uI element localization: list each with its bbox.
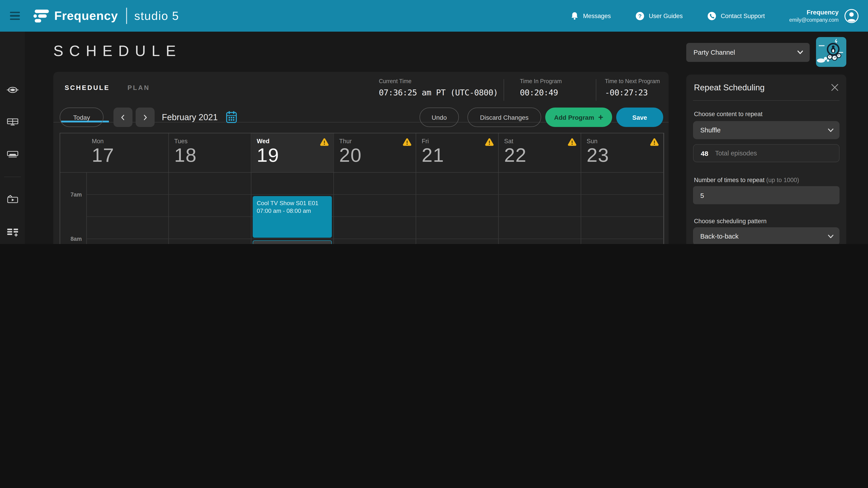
tab-plan[interactable]: PLAN — [127, 84, 150, 91]
day-name: Sat — [504, 138, 576, 144]
add-program-label: Add Program — [554, 113, 594, 121]
content-select[interactable]: Shuffle — [693, 121, 839, 139]
current-time-section: Current Time 07:36:25 am PT (UTC-0800) — [379, 78, 498, 97]
undo-button[interactable]: Undo — [420, 107, 459, 127]
day-header-thur[interactable]: Thur20 — [334, 133, 416, 172]
header-nav-label: Contact Support — [721, 12, 765, 19]
help-icon: ? — [635, 11, 645, 21]
time-to-next-label: Time to Next Program — [605, 78, 660, 85]
tab-schedule[interactable]: SCHEDULE — [65, 84, 110, 91]
day-name: Wed — [257, 138, 329, 144]
live-preview-icon — [6, 84, 19, 96]
phone-icon — [707, 11, 717, 21]
event-title: Cool TV Show S01 E01 — [257, 199, 328, 207]
day-number: 19 — [257, 144, 329, 166]
current-time-value: 07:36:25 am PT (UTC-0800) — [379, 88, 498, 97]
user-info[interactable]: Frequency emily@company.com — [789, 8, 839, 23]
page-title: SCHEDULE — [53, 42, 182, 60]
panel-title: Repeat Scheduling — [694, 83, 765, 93]
repeat-times-input[interactable] — [693, 186, 839, 204]
day-name: Fri — [422, 138, 493, 144]
sidebar-item-live-preview[interactable] — [0, 78, 25, 102]
prev-week-button[interactable] — [114, 107, 132, 127]
calendar-body[interactable]: 7am8am9am10am11am12pm1pmCool TV Show S01… — [60, 173, 664, 244]
chevron-down-icon — [828, 234, 834, 238]
day-number: 23 — [587, 144, 658, 166]
header-nav-messages[interactable]: Messages — [570, 11, 611, 21]
avatar-icon[interactable] — [844, 8, 859, 23]
time-in-program-value: 00:20:49 — [520, 88, 562, 97]
total-episodes-box: 48 Total episodes — [693, 144, 839, 162]
channel-thumbnail[interactable] — [816, 37, 846, 67]
calendar-picker-icon[interactable] — [226, 111, 237, 123]
add-program-button[interactable]: Add Program + — [545, 107, 612, 127]
time-info-divider — [596, 79, 596, 101]
time-label-8am: 8am — [60, 235, 82, 242]
sidebar-divider — [4, 177, 21, 177]
discard-changes-button[interactable]: Discard Changes — [467, 107, 541, 127]
time-label-7am: 7am — [60, 191, 82, 198]
next-week-button[interactable] — [135, 107, 155, 127]
user-name: Frequency — [789, 8, 839, 17]
brand-product: studio 5 — [134, 9, 179, 23]
time-info-divider — [504, 79, 504, 101]
calendar-grid: Mon17Tues18Wed19Thur20Fri21Sat22Sun23 7a… — [60, 133, 664, 244]
pattern-select[interactable]: Back-to-back — [693, 227, 839, 244]
chevron-down-icon — [797, 50, 803, 55]
day-header-sun[interactable]: Sun23 — [581, 133, 664, 172]
warning-icon — [650, 138, 659, 147]
repeat-scheduling-panel: Repeat Scheduling Choose content to repe… — [686, 74, 846, 244]
calendar-event[interactable]: Cool TV Show S01 E0107:00 am - 08:00 am — [253, 196, 332, 237]
bell-icon — [570, 11, 579, 21]
day-number: 17 — [92, 144, 163, 166]
pattern-select-value: Back-to-back — [700, 233, 739, 240]
content-to-repeat-label: Choose content to repeat — [694, 111, 763, 118]
content-select-value: Shuffle — [700, 127, 721, 134]
episodes-count: 48 — [701, 149, 708, 157]
channel-select[interactable]: Party Channel — [686, 43, 810, 62]
header-nav-contact-support[interactable]: Contact Support — [707, 11, 765, 21]
header-nav-user-guides[interactable]: ?User Guides — [635, 11, 683, 21]
day-number: 20 — [339, 144, 411, 166]
brand-divider — [126, 8, 127, 24]
menu-icon[interactable] — [10, 10, 20, 22]
day-name: Tues — [174, 138, 246, 144]
warning-icon — [485, 138, 494, 147]
day-name: Sun — [587, 138, 658, 144]
day-header-fri[interactable]: Fri21 — [416, 133, 499, 172]
current-month-label: February 2021 — [162, 107, 218, 127]
sidebar-item-playlists[interactable] — [0, 220, 25, 243]
top-header: Frequency studio 5 Messages?User GuidesC… — [0, 0, 868, 32]
day-name: Thur — [339, 138, 411, 144]
day-number: 22 — [504, 144, 576, 166]
repeat-times-label: Number of times to repeat (up to 1000) — [694, 177, 799, 184]
time-in-program-section: Time In Program 00:20:49 — [520, 78, 562, 97]
save-button[interactable]: Save — [616, 107, 663, 127]
header-nav-label: Messages — [583, 12, 611, 19]
day-header-mon[interactable]: Mon17 — [86, 133, 169, 172]
header-nav-label: User Guides — [649, 12, 683, 19]
svg-text:?: ? — [638, 13, 642, 19]
schedule-card: SCHEDULE PLAN Current Time 07:36:25 am P… — [53, 72, 669, 244]
sidebar-item-encoder[interactable] — [0, 142, 25, 166]
repeat-times-hint: (up to 1000) — [766, 177, 799, 184]
sidebar-item-video-library[interactable] — [0, 188, 25, 212]
sidebar-item-video-wall[interactable] — [0, 110, 25, 134]
day-header-tues[interactable]: Tues18 — [169, 133, 251, 172]
day-number: 18 — [174, 144, 246, 166]
today-button[interactable]: Today — [60, 107, 103, 127]
frequency-logo-icon — [33, 9, 50, 23]
time-in-program-label: Time In Program — [520, 78, 562, 85]
day-header-wed[interactable]: Wed19 — [251, 133, 334, 172]
video-wall-icon — [6, 116, 19, 128]
calendar-event[interactable]: Cool TV Show S01 E0208:00 am - 09:00 am — [253, 240, 332, 244]
day-header-sat[interactable]: Sat22 — [499, 133, 581, 172]
time-to-next-section: Time to Next Program -00:27:23 — [605, 78, 660, 97]
brand-name: Frequency — [54, 9, 118, 23]
user-email: emily@company.com — [789, 17, 839, 23]
header-nav: Messages?User GuidesContact Support — [570, 11, 789, 21]
panel-divider — [693, 100, 839, 101]
day-name: Mon — [92, 138, 163, 144]
current-time-label: Current Time — [379, 78, 498, 85]
close-icon[interactable] — [829, 82, 840, 93]
